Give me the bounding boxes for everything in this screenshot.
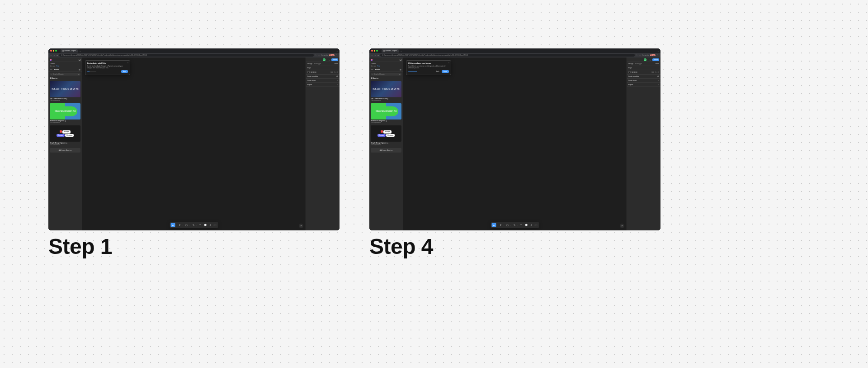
info-icon[interactable] [386,120,387,122]
team-name[interactable]: New proj [50,65,55,67]
chevron-down-icon[interactable]: ⌄ [377,63,378,65]
team-name[interactable]: New proj [371,65,376,67]
canvas[interactable]: × UI kits are always here for you If you… [403,57,627,230]
settings-icon[interactable]: ⚙ [657,76,659,77]
tab-file[interactable]: File [371,69,373,71]
search-input[interactable]: Search all libraries ⊞ [371,73,401,76]
zoom-level[interactable]: 100% [334,63,338,65]
chevron-down-icon[interactable]: ⌄ [175,224,177,226]
actions-tool[interactable]: ✦ [529,223,533,227]
settings-icon[interactable]: ⚙ [336,76,338,77]
text-tool[interactable]: T [519,223,524,227]
new-tab-button[interactable]: + [80,50,80,52]
actions-tool[interactable]: ✦ [208,223,212,227]
chevron-down-icon[interactable]: ⌄ [496,224,498,226]
local-variables-row[interactable]: Local variables ⚙ [306,75,340,79]
color-swatch[interactable] [307,71,310,73]
plus-icon[interactable]: + [658,80,659,81]
error-badge[interactable]: Error [650,54,656,56]
chevron-down-icon[interactable]: ⌄ [647,58,649,61]
background-row[interactable]: 1E1E1E 100 % 👁 [306,70,340,75]
close-icon[interactable]: × [127,62,128,64]
chevron-down-icon[interactable]: ⌄ [196,224,197,226]
reload-icon[interactable]: ⟳ [377,54,379,57]
frame-tool[interactable]: # [178,223,182,227]
chevron-down-icon[interactable]: ⌄ [510,224,511,226]
browser-tab[interactable]: Untitled – Figma [382,49,399,53]
share-button[interactable]: Share [652,58,659,61]
close-icon[interactable]: × [448,62,449,64]
next-button[interactable]: Next [121,70,128,73]
list-view-icon[interactable]: ▦ [400,69,401,71]
panel-toggle-icon[interactable] [400,59,401,61]
info-icon[interactable] [387,143,388,144]
chevron-down-icon[interactable]: ⌄ [326,58,328,61]
export-row[interactable]: Export + [306,83,340,87]
tab-design[interactable]: Design [628,63,633,65]
canvas[interactable]: × Design faster with UI kits Use UI kits… [82,57,306,230]
dev-mode-toggle[interactable]: </> [213,223,217,227]
frame-tool[interactable]: # [499,223,503,227]
window-controls[interactable] [371,50,378,52]
zoom-level[interactable]: 100% [655,63,659,65]
reload-icon[interactable]: ⟳ [57,54,58,57]
comment-tool[interactable]: 💬 [203,223,208,227]
chevron-down-icon[interactable]: ⌄ [336,50,338,52]
library-icon[interactable]: ⊞ [399,73,401,75]
color-swatch[interactable] [628,71,631,73]
back-icon[interactable]: ← [371,54,373,57]
chevron-down-icon[interactable]: ⌄ [56,63,57,65]
avatar[interactable]: O [323,58,326,61]
library-icon[interactable]: ⊞ [78,73,80,75]
help-button[interactable]: ? [299,224,303,228]
chevron-down-icon[interactable]: ⌄ [517,224,518,226]
avatar[interactable]: O [644,58,646,61]
text-tool[interactable]: T [198,223,203,227]
local-styles-row[interactable]: Local styles + [306,79,340,83]
comment-tool[interactable]: 💬 [524,223,528,227]
shape-tool[interactable]: ▢ [184,223,189,227]
help-button[interactable]: ? [620,224,624,228]
export-row[interactable]: Export + [627,83,660,87]
pen-tool[interactable]: ✎ [191,223,196,227]
library-card-ios[interactable]: iOS 18 + iPadOS 18 UI Kit iOS 18 and iPa… [50,81,80,101]
window-controls[interactable] [50,50,57,52]
visibility-icon[interactable]: 👁 [657,72,659,73]
tab-prototype[interactable]: Prototype [635,63,642,65]
library-card-material[interactable]: Material 3 Design Kit Material 3 Design … [371,103,401,124]
shape-tool[interactable]: ▢ [505,223,510,227]
plus-icon[interactable]: + [337,84,338,86]
plan-badge[interactable]: Free [377,65,380,67]
figma-logo-icon[interactable] [50,59,52,61]
done-button[interactable]: Done [442,70,449,73]
share-button[interactable]: Share [331,58,338,61]
chevron-down-icon[interactable]: ⌄ [189,224,190,226]
tab-prototype[interactable]: Prototype [314,63,321,65]
add-more-libraries-button[interactable]: Add more libraries [50,148,80,153]
browser-tab[interactable]: Untitled – Figma [61,49,78,53]
menu-icon[interactable]: ⋮ [657,54,659,56]
chevron-down-icon[interactable]: ⌄ [182,224,184,226]
search-input[interactable]: Search all libraries ⊞ [50,73,80,76]
menu-icon[interactable]: ⋮ [336,54,338,56]
new-tab-button[interactable]: + [401,50,401,52]
move-tool[interactable]: ▲ [492,223,496,227]
add-more-libraries-button[interactable]: Add more libraries [371,148,401,153]
pen-tool[interactable]: ✎ [512,223,517,227]
star-icon[interactable]: ☆ [315,54,317,56]
library-card-simple[interactable]: Simple DesignSystem Simple Design System… [50,125,80,146]
dev-mode-toggle[interactable]: </> [534,223,538,227]
tab-assets[interactable]: Assets [375,69,380,71]
back-icon[interactable]: ← [50,54,52,57]
tab-file[interactable]: File [50,69,52,71]
tab-design[interactable]: Design [307,63,312,65]
forward-icon[interactable]: → [53,54,55,57]
eyedropper-icon[interactable]: % [334,72,335,73]
url-field[interactable]: ⊡ figma.com/design/y2BiMKafcQU4FtJK5RZD5… [380,54,635,57]
file-title[interactable]: Untitled [50,63,55,65]
figma-logo-icon[interactable] [371,59,373,61]
plus-icon[interactable]: + [658,84,659,86]
background-row[interactable]: 1E1E1E 100 % 👁 [627,70,660,75]
error-badge[interactable]: Error [329,54,335,56]
star-icon[interactable]: ☆ [636,54,638,56]
